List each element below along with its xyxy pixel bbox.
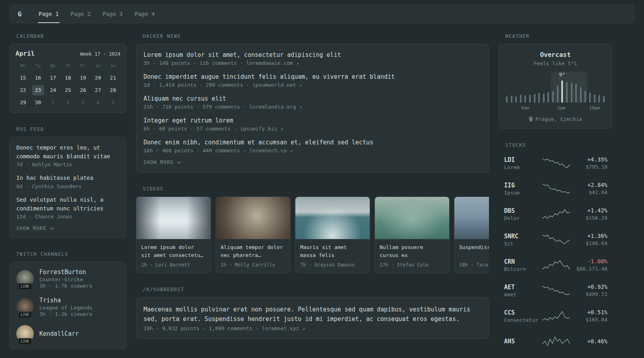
calendar-day[interactable]: 28 [107, 85, 119, 95]
hn-item-title[interactable]: Donec imperdiet augue tincidunt felis al… [144, 73, 481, 80]
calendar-day[interactable]: 20 [92, 73, 104, 83]
video-card[interactable]: Nullam posuere cursus ex17h · Stefan Col… [374, 197, 450, 273]
center-column: HACKER NEWS Lorem ipsum dolor sit amet, … [136, 33, 489, 339]
stock-row[interactable]: CCSConsectetur+0.51%$165.84 [504, 306, 607, 325]
twitch-card: LIVEForrestBurtonCounter-Strike1h · 1.7k… [10, 262, 126, 349]
weather-bar [557, 86, 559, 103]
post-domain-link[interactable]: loremnet.xyz ↗ [262, 325, 305, 331]
hn-item-title[interactable]: Aliquam nec cursus elit [144, 95, 481, 102]
channel-viewers: 1h · 1.7k viewers [39, 283, 92, 289]
video-title[interactable]: Nullam posuere cursus ex [380, 243, 444, 259]
video-title[interactable]: Lorem ipsum dolor sit amet consectetu… [141, 243, 206, 259]
weekday-label: Mo [16, 63, 31, 68]
stock-info: IIGIpsum [504, 182, 541, 196]
video-card[interactable]: Aliquam tempor dolor nec pharetra…1h · M… [215, 197, 291, 273]
tab-page-1[interactable]: Page 1 [38, 5, 60, 23]
sparkline-chart [542, 158, 570, 168]
video-card[interactable]: Mauris sit amet massa felis7h · Grayson … [295, 197, 370, 273]
weather-bar [566, 82, 568, 103]
calendar-day[interactable]: 19 [77, 73, 89, 83]
calendar-day[interactable]: 15 [17, 73, 29, 83]
hackernews-card: Lorem ipsum dolor sit amet, consectetur … [136, 44, 489, 173]
calendar-day[interactable]: 3 [77, 97, 89, 108]
tab-page-2[interactable]: Page 2 [70, 5, 92, 23]
twitch-list: LIVEForrestBurtonCounter-Strike1h · 1.7k… [16, 268, 120, 342]
stock-row[interactable]: AHS+0.46% [504, 332, 607, 351]
video-title[interactable]: Suspendisse diam [459, 243, 489, 259]
stock-ticker: SNRC [504, 233, 541, 240]
post-title[interactable]: Maecenas mollis pulvinar erat non posuer… [144, 305, 481, 324]
channel-name[interactable]: KendallCarr [39, 330, 79, 337]
video-title[interactable]: Aliquam tempor dolor nec pharetra… [221, 243, 285, 259]
calendar-day[interactable]: 23 [32, 85, 44, 95]
hn-item-domain-link[interactable]: ipsumworld.net ↗ [252, 82, 302, 88]
weather-hourly-chart: 9° [505, 72, 605, 103]
calendar-day[interactable]: 17 [47, 73, 59, 83]
rss-item-title[interactable]: In hac habitasse platea [16, 174, 120, 183]
hn-item-title[interactable]: Donec enim nibh, condimentum et accumsan… [144, 139, 481, 146]
hn-item-title[interactable]: Integer eget rutrum lorem [144, 117, 481, 124]
calendar-day[interactable]: 22 [17, 85, 29, 95]
channel-name[interactable]: Trisha [39, 297, 92, 304]
twitch-channel[interactable]: LIVETrishaLeague of Legends3h · 1.2k vie… [16, 297, 120, 317]
hn-item: Aliquam nec cursus elit21h · 710 points … [144, 95, 481, 110]
calendar-day[interactable]: 5 [107, 97, 119, 108]
calendar-day[interactable]: 4 [92, 97, 104, 108]
rss-item-title[interactable]: Sed volutpat nulla nisl, a condimentum n… [16, 196, 120, 213]
hn-item-domain-link[interactable]: ipsumify.biz ↗ [240, 126, 283, 132]
stock-row[interactable]: DBSDolor+1.42%$156.28 [504, 204, 607, 224]
calendar-day[interactable]: 2 [62, 97, 74, 108]
external-link-icon: ↗ [280, 126, 283, 132]
sparkline-chart [542, 183, 570, 194]
live-badge: LIVE [18, 283, 32, 290]
stock-row[interactable]: IIGIpsum+2.84%$42.04 [504, 179, 607, 198]
hn-item-domain-link[interactable]: loremlandia.org ↗ [249, 104, 302, 110]
calendar-day[interactable]: 1 [47, 97, 59, 108]
calendar-day[interactable]: 30 [32, 97, 44, 108]
weather-bar [603, 96, 605, 103]
weather-location-row[interactable]: Prague, Czechia [505, 116, 605, 122]
stock-ticker: IIG [504, 182, 541, 189]
tab-page-4[interactable]: Page 4 [134, 5, 156, 23]
calendar-day[interactable]: 24 [47, 85, 59, 95]
channel-name[interactable]: ForrestBurton [39, 268, 92, 276]
twitch-channel[interactable]: LIVEForrestBurtonCounter-Strike1h · 1.7k… [16, 268, 120, 289]
tab-page-3[interactable]: Page 3 [102, 5, 124, 23]
hn-item-stats: 21h · 710 points · 579 comments · [144, 104, 249, 110]
video-card[interactable]: Suspendisse diam18h · Tara [454, 197, 489, 273]
calendar-day[interactable]: 16 [32, 73, 44, 83]
stock-row[interactable]: CRNBitcorn-1.00%$66,171.48 [504, 255, 607, 274]
rss-show-more-button[interactable]: SHOW MORE [16, 226, 120, 231]
calendar-day[interactable]: 25 [62, 85, 74, 95]
stock-values: +0.51%$165.84 [572, 309, 607, 323]
video-title[interactable]: Mauris sit amet massa felis [300, 243, 365, 259]
weather-bar [571, 83, 572, 103]
weather-bar [598, 95, 600, 103]
rss-widget: RSS FEED Donec tempor eros leo, ut commo… [10, 126, 126, 238]
hn-item-title[interactable]: Lorem ipsum dolor sit amet, consectetur … [144, 51, 481, 58]
stock-row[interactable]: LDILorem+4.35%$795.18 [504, 154, 607, 173]
weather-widget: WEATHER Overcast Feels like 5°C 9° 6am2p… [499, 33, 612, 129]
hn-item-domain-link[interactable]: loremtech.co ↗ [249, 148, 293, 154]
calendar-day[interactable]: 18 [62, 73, 74, 83]
stock-info: CRNBitcorn [504, 258, 541, 272]
calendar-day[interactable]: 21 [107, 73, 119, 83]
app-logo[interactable]: G [10, 5, 30, 23]
left-column: CALENDAR April Week 17 · 2024 MoTuWeThFr… [10, 33, 126, 349]
calendar-day[interactable]: 26 [77, 85, 89, 95]
calendar-day[interactable]: 27 [92, 85, 104, 95]
weather-bar [520, 95, 522, 103]
hn-item-domain-link[interactable]: loremdomain.com ↗ [246, 60, 299, 66]
hackernews-show-more-button[interactable]: SHOW MORE [144, 160, 481, 165]
channel-info: ForrestBurtonCounter-Strike1h · 1.7k vie… [39, 268, 92, 289]
twitch-channel[interactable]: LIVEKendallCarr [16, 325, 120, 342]
hn-item-meta: 1d · 1,414 points · 299 comments · ipsum… [144, 82, 481, 88]
stock-row[interactable]: AETAmet+0.92%$499.72 [504, 281, 607, 300]
calendar-day[interactable]: 29 [17, 97, 29, 108]
stock-row[interactable]: SNRCSit+1.36%$148.64 [504, 230, 607, 249]
calendar-widget: CALENDAR April Week 17 · 2024 MoTuWeThFr… [10, 33, 126, 113]
rss-item-title[interactable]: Donec tempor eros leo, ut commodo mauris… [16, 144, 120, 161]
video-card[interactable]: Lorem ipsum dolor sit amet consectetu…1h… [136, 197, 211, 273]
external-link-icon: ↗ [290, 148, 293, 154]
calendar-days: 1516171819202122232425262728293012345 [16, 73, 120, 108]
